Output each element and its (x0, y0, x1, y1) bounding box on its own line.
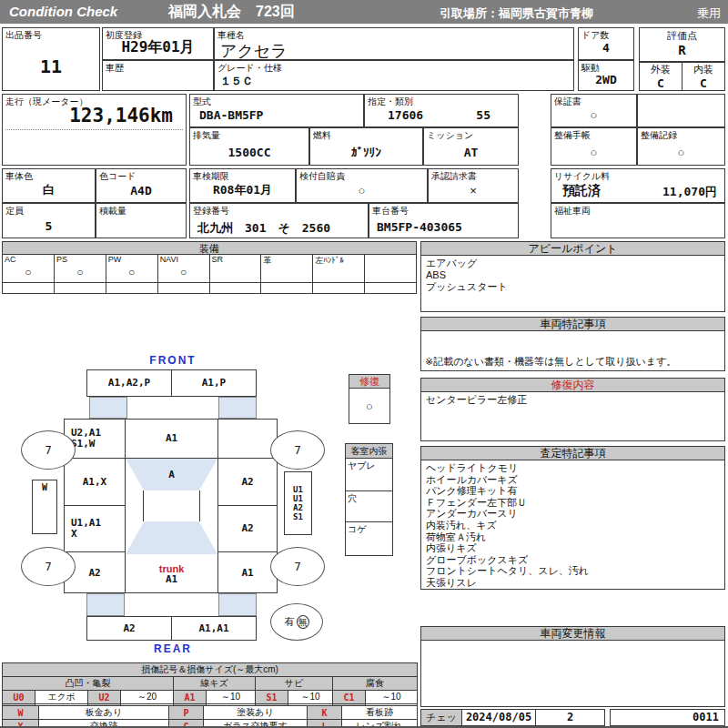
load-box: 積載量 (96, 203, 187, 238)
model-name-box: 車種名 アクセラ (214, 27, 574, 60)
legend-desc: エクボ (35, 691, 88, 704)
wheel-front-left: 7 (21, 430, 76, 470)
side-sill-right-damage: S1 (293, 512, 303, 521)
divider (5, 129, 183, 130)
wheel-rear-right: 7 (270, 547, 325, 586)
equipment-label: NAVI (160, 255, 178, 264)
side-sill-left-damage: W (33, 480, 56, 492)
model-code-label: 型式 (193, 96, 211, 108)
repair-history-title: 修復 (349, 375, 389, 389)
assessment-item: 内装汚れ、キズ (426, 520, 720, 531)
welfare-box: 福祉車両 (551, 203, 725, 238)
cabin-item-hole: 穴 (346, 491, 392, 522)
assessment-notes-box: 査定特記事項 ヘッドライトクモリ ホイールカバーキズ パンク修理キット有 Ｆフェ… (420, 446, 725, 590)
interior-score-box: 内装 C (682, 62, 725, 91)
equipment-cell-pw: PW ○ (106, 255, 158, 282)
model-code-box: 型式 DBA-BM5FP (189, 94, 364, 127)
type-number-value: 17606 (388, 108, 423, 122)
legend-code: S1 (256, 691, 288, 704)
chassis-number-value: BM5FP-403065 (377, 220, 462, 234)
equipment-label: PS (56, 255, 67, 264)
equipment-label: 革 (263, 255, 271, 267)
front-bumper-left: A1,A2,P (87, 370, 172, 396)
color-code-box: 色コード A4D (96, 168, 187, 203)
auction-sheet: Condition Check 福岡入札会 723回 引取場所：福岡県古賀市青柳… (0, 0, 728, 728)
recycle-fee-value: 11,070円 (662, 184, 717, 200)
maintenance-book-label: 整備手帳 (554, 129, 591, 142)
grade-box: グレード・仕様 １５Ｃ (214, 60, 574, 91)
assessment-item: アンダーカバースリ (426, 508, 720, 520)
door-rear-left-damage: X (71, 529, 125, 540)
model-name-value: アクセラ (220, 40, 288, 62)
exterior-label: 外装 (640, 63, 682, 76)
equipment-cell-lhd: 左ﾊﾝﾄﾞﾙ (313, 255, 365, 282)
model-name-label: 車種名 (217, 29, 245, 42)
legend-code: W (3, 706, 39, 720)
insurance-label: 検付自賠責 (299, 170, 345, 183)
legend-desc: ～20 (121, 691, 174, 704)
chassis-number-label: 車台番号 (372, 205, 409, 217)
door-front-left-damage: A1,X (65, 459, 125, 506)
legend-code: P (169, 706, 204, 720)
recycle-fee-label: リサイクル料 (554, 170, 610, 183)
rear-window (126, 521, 217, 554)
legend-desc: 塗装あり (204, 706, 308, 720)
recycle-status-value: 預託済 (562, 183, 601, 199)
side-sill-right: U1 U1 A2 S1 (284, 471, 312, 535)
appeal-point-item: ABS (421, 269, 724, 281)
cabin-item-burn: コゲ (346, 522, 392, 553)
side-sill-right-damage: U1 (293, 494, 303, 503)
assessment-item: フロントシートヘタリ、スレ、汚れ (426, 565, 720, 577)
maintenance-book-box: 整備手帳 ○ (551, 127, 637, 166)
top-bar: Condition Check 福岡入札会 723回 引取場所：福岡県古賀市青柳… (0, 0, 728, 24)
grade-value: １５Ｃ (220, 74, 253, 89)
check-row: チェック 2024/08/05 2 (420, 709, 605, 726)
warranty-label: 保証書 (554, 96, 581, 108)
cabin-lining-title: 客室内張 (346, 444, 392, 459)
body-color-label: 車体色 (5, 170, 33, 183)
approval-label: 承認請求書 (431, 170, 477, 183)
legend-desc: ～10 (288, 691, 333, 704)
legend-group-rust: サビ (256, 677, 333, 691)
assessment-item: 荷物室Ａ汚れ (426, 531, 720, 543)
drive-label: 駆動 (581, 62, 600, 75)
assessment-item: 天張りスレ (426, 577, 720, 589)
side-sill-left: W (32, 480, 57, 534)
windshield-damage: A (126, 459, 217, 490)
color-code-label: 色コード (99, 170, 136, 183)
equipment-label: AC (5, 255, 16, 264)
equipment-title: 装備 (3, 242, 416, 255)
recycle-fee-box: リサイクル料 預託済 11,070円 (551, 168, 725, 203)
legend-group-dent: 凸凹・亀裂 (3, 677, 174, 691)
lot-number-label: 出品番号 (5, 29, 42, 42)
exterior-value: C (640, 76, 682, 90)
rear-bumper: A2 A1,A1 (86, 616, 257, 641)
appeal-point-item: プッシュスタート (421, 281, 724, 295)
legend-code: U2 (88, 691, 121, 704)
equipment-cell-ps: PS ○ (55, 255, 106, 282)
legend-code: A1 (174, 691, 207, 704)
change-info-title: 車両変更情報 (421, 627, 724, 641)
legend-desc: 板金あり (39, 706, 169, 720)
equipment-cell-navi: NAVI ○ (158, 255, 210, 282)
check-label: チェック (421, 710, 462, 725)
first-registration-label: 初度登録 (106, 29, 142, 42)
fuel-box: 燃料 ｶﾞｿﾘﾝ (309, 127, 423, 166)
change-info-content (421, 641, 724, 644)
spare-tire-no-circled: 無 (297, 615, 309, 629)
legend-code: U0 (3, 691, 35, 704)
appeal-point-item: エアバッグ (421, 256, 724, 269)
equipment-row: AC ○ PS ○ PW ○ NAVI ○ SR 革 (3, 255, 416, 283)
type-class-box: 指定・類別 17606 55 (364, 94, 519, 127)
rear-pillar-right (218, 593, 257, 616)
drive-box: 駆動 2WD (578, 60, 634, 91)
assessment-item: パンク修理キット有 (426, 485, 720, 497)
auction-title: 福岡入札会 723回 (168, 3, 295, 22)
score-box: 評価点 R (639, 27, 725, 62)
equipment-empty-row (3, 283, 416, 294)
history-label: 車歴 (106, 62, 124, 75)
rear-bumper-left: A2 (87, 617, 172, 640)
vehicle-notes-title: 車両特記事項 (421, 318, 724, 331)
vehicle-notes-disclaimer: ※記載のない書類・機器等は無しとして取り扱います。 (425, 355, 676, 369)
assessment-item: Ｆフェンダー左下部Ｕ (426, 497, 720, 509)
